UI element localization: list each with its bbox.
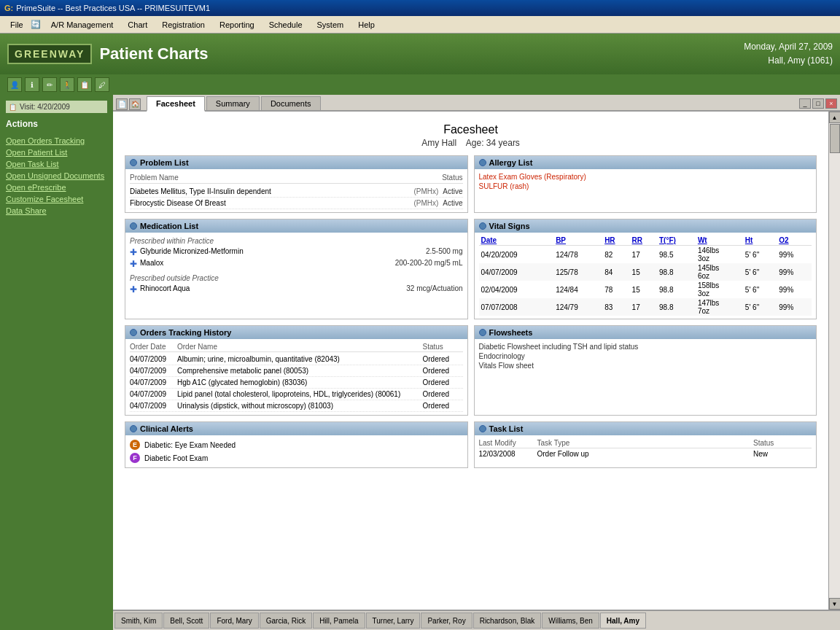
sidebar-item-customize[interactable]: Customize Facesheet	[6, 193, 107, 205]
vitals-row-2: 02/04/2009 124/84 78 15 98.8 158lbs3oz 5…	[479, 281, 812, 298]
med-cross-1: ✚	[130, 259, 137, 269]
page-icon[interactable]: 📄	[116, 98, 128, 110]
bottom-tab-7[interactable]: Richardson, Blak	[473, 612, 542, 629]
sidebar-item-unsigned-docs[interactable]: Open Unsigned Documents	[6, 170, 107, 182]
problem-tag-0: (PMHx)	[413, 187, 438, 195]
scroll-track	[829, 123, 840, 598]
bottom-tab-2[interactable]: Ford, Mary	[210, 612, 258, 629]
task-col-type: Task Type	[537, 439, 754, 447]
order-name-1: Comprehensive metabolic panel (80053)	[177, 367, 423, 375]
vitals-o2-3: 99%	[777, 298, 812, 316]
order-date-4: 04/07/2009	[130, 402, 177, 410]
tab-summary[interactable]: Summary	[206, 96, 260, 110]
title-logo: G:	[4, 4, 13, 12]
row4: Clinical Alerts E Diabetic: Eye Exam Nee…	[125, 421, 817, 468]
med-cross-2: ✚	[130, 284, 137, 295]
menu-reporting[interactable]: Reporting	[212, 19, 262, 31]
titlebar: G: PrimeSuite -- Best Practices USA -- P…	[0, 0, 840, 16]
vitals-bp-0: 124/78	[553, 246, 602, 264]
order-name-2: Hgb A1C (glycated hemoglobin) (83036)	[177, 378, 423, 386]
scroll-up-btn[interactable]: ▲	[829, 112, 841, 123]
scrollbar[interactable]: ▲ ▼	[828, 112, 840, 610]
bottom-tab-5[interactable]: Turner, Larry	[366, 612, 421, 629]
scroll-down-btn[interactable]: ▼	[829, 598, 841, 610]
vitals-col-ht: Ht	[743, 236, 777, 246]
facesheet-patient: Amy Hall Age: 34 years	[125, 138, 817, 148]
vital-signs-dot	[479, 222, 486, 230]
bottom-tab-1[interactable]: Bell, Scott	[163, 612, 209, 629]
menu-chart[interactable]: Chart	[120, 19, 155, 31]
task-list-body: Last Modify Task Type Status 12/03/2008 …	[475, 435, 817, 462]
main-area: 📋 Visit: 4/20/2009 Actions Open Orders T…	[0, 95, 840, 630]
task-list-header: Task List	[475, 422, 817, 435]
order-date-0: 04/07/2009	[130, 355, 177, 363]
facesheet-title: Facesheet	[125, 123, 817, 136]
sidebar-item-task-list[interactable]: Open Task List	[6, 158, 107, 170]
row2: Medication List Prescribed within Practi…	[125, 219, 817, 319]
alert-badge-e: E	[130, 440, 140, 450]
bottom-tab-9[interactable]: Hall, Amy	[600, 612, 646, 629]
toolbar-icon-1[interactable]: 👤	[7, 77, 22, 92]
order-row-3: 04/07/2009 Lipid panel (total cholestero…	[130, 389, 463, 400]
order-status-0: Ordered	[423, 355, 463, 363]
medication-list-title: Medication List	[140, 222, 198, 230]
toolbar-icon-2[interactable]: ℹ	[25, 77, 39, 92]
flowsheets-section: Flowsheets Diabetic Flowsheet including …	[474, 325, 817, 416]
vitals-temp-0: 98.5	[657, 246, 696, 264]
task-col-headers: Last Modify Task Type Status	[479, 438, 812, 448]
toolbar-icon-5[interactable]: 📋	[77, 77, 92, 92]
problem-status-1: Active	[443, 199, 462, 207]
tab-facesheet[interactable]: Facesheet	[147, 96, 205, 112]
sidebar-item-datashare[interactable]: Data Share	[6, 205, 107, 217]
toolbar-icon-3[interactable]: ✏	[42, 77, 57, 92]
allergy-0: Latex Exam Gloves (Respiratory)	[479, 172, 812, 182]
menu-help[interactable]: Help	[351, 19, 382, 31]
problem-col-headers: Problem Name Status	[130, 172, 463, 184]
medication-list-section: Medication List Prescribed within Practi…	[125, 219, 468, 319]
col-problem-name: Problem Name	[130, 174, 179, 182]
order-row-4: 04/07/2009 Urinalysis (dipstick, without…	[130, 400, 463, 412]
window-maximize-btn[interactable]: □	[812, 98, 824, 109]
bottom-tab-4[interactable]: Hill, Pamela	[313, 612, 365, 629]
menu-registration[interactable]: Registration	[155, 19, 212, 31]
orders-body: Order Date Order Name Status 04/07/2009 …	[125, 339, 467, 415]
med-outside-0: ✚ Rhinocort Aqua 32 mcg/Actuation	[130, 284, 463, 295]
bottom-tab-6[interactable]: Parker, Roy	[421, 612, 472, 629]
vitals-ht-2: 5' 6"	[743, 281, 777, 298]
vitals-row-3: 07/07/2008 124/79 83 17 98.8 147lbs7oz 5…	[479, 298, 812, 316]
alert-row-1: F Diabetic Foot Exam	[130, 451, 463, 464]
vitals-col-temp: T(°F)	[657, 236, 696, 246]
window-minimize-btn[interactable]: _	[799, 98, 811, 109]
menu-schedule[interactable]: Schedule	[262, 19, 310, 31]
facesheet: Facesheet Amy Hall Age: 34 years Problem…	[119, 117, 822, 480]
menu-file[interactable]: File	[3, 19, 31, 31]
task-col-status: Status	[753, 439, 812, 447]
alert-text-1: Diabetic Foot Exam	[144, 454, 208, 462]
vitals-wt-2: 158lbs3oz	[696, 281, 743, 298]
date-line2: Hall, Amy (1061)	[744, 54, 833, 68]
col-problem-status: Status	[442, 174, 462, 182]
problem-status-0: Active	[443, 187, 462, 195]
toolbar-icon-4[interactable]: 🚶	[60, 77, 74, 92]
sidebar-item-eprescribe[interactable]: Open ePrescribe	[6, 182, 107, 193]
window-close-btn[interactable]: ×	[825, 98, 837, 109]
sidebar-item-patient-list[interactable]: Open Patient List	[6, 147, 107, 158]
vitals-hr-0: 82	[602, 246, 629, 264]
tabbar: 📄 🏠 Facesheet Summary Documents _ □ ×	[113, 95, 840, 112]
flowsheets-title: Flowsheets	[489, 328, 533, 337]
bottom-tab-3[interactable]: Garcia, Rick	[260, 612, 312, 629]
home-icon[interactable]: 🏠	[129, 98, 141, 110]
tab-documents[interactable]: Documents	[261, 96, 321, 110]
row3: Orders Tracking History Order Date Order…	[125, 325, 817, 416]
vitals-col-rr: RR	[630, 236, 657, 246]
toolbar-icon-6[interactable]: 🖊	[95, 77, 109, 92]
bottom-tab-8[interactable]: Williams, Ben	[542, 612, 599, 629]
orders-dot	[130, 329, 137, 336]
menu-ar[interactable]: A/R Management	[44, 19, 121, 31]
scroll-thumb[interactable]	[830, 124, 840, 153]
order-name-0: Albumin; urine, microalbumin, quantitati…	[177, 355, 423, 363]
bottom-tab-0[interactable]: Smith, Kim	[114, 612, 163, 629]
menu-system[interactable]: System	[310, 19, 351, 31]
sidebar-item-orders-tracking[interactable]: Open Orders Tracking	[6, 135, 107, 147]
alert-text-0: Diabetic: Eye Exam Needed	[144, 441, 236, 449]
